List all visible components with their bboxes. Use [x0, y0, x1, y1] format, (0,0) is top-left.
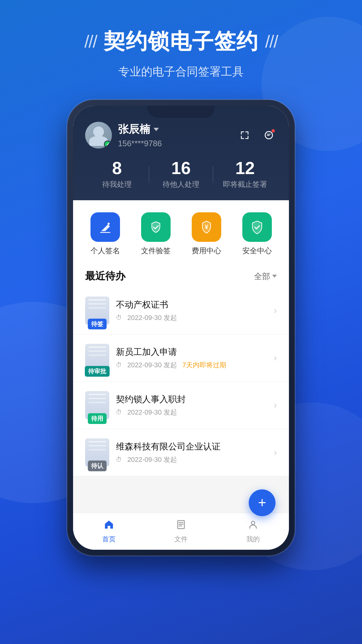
app-title: /// 契约锁电子签约 /// [0, 27, 362, 56]
todo-meta-2: ⏱ 2022-09-30 发起 [116, 408, 267, 417]
avatar-verified-badge [104, 141, 111, 148]
user-name[interactable]: 张辰楠 [118, 122, 162, 137]
user-dropdown-arrow [154, 128, 159, 131]
stat-pending-others[interactable]: 16 待他人处理 [149, 159, 213, 190]
profile-icon [248, 519, 258, 533]
fullscreen-icon[interactable] [237, 127, 253, 143]
fab-add-button[interactable]: + [249, 489, 276, 516]
todo-badge-1: 待审批 [85, 366, 110, 377]
clock-icon-2: ⏱ [116, 409, 122, 416]
app-title-text: 契约锁电子签约 [104, 27, 258, 56]
todo-doc-icon-2: 待用 [85, 391, 109, 419]
todo-arrow-2: › [274, 400, 277, 411]
todo-item-0[interactable]: 待签 不动产权证书 ⏱ 2022-09-30 发起 › [73, 287, 289, 334]
todo-meta-3: ⏱ 2022-09-30 发起 [116, 455, 267, 464]
phone-mockup: 张辰楠 156****9786 [0, 100, 362, 556]
header-icons [237, 127, 277, 143]
phone-outer-shell: 张辰楠 156****9786 [67, 100, 295, 556]
action-file-verify[interactable]: 文件验签 [141, 212, 171, 256]
stat-pending-me[interactable]: 8 待我处理 [85, 159, 149, 190]
todo-meta-0: ⏱ 2022-09-30 发起 [116, 313, 267, 322]
todo-section-header: 最近待办 全部 [73, 264, 289, 287]
todo-title-3: 维森科技有限公司企业认证 [116, 441, 267, 452]
action-personal-sign[interactable]: 个人签名 [90, 212, 120, 256]
user-avatar[interactable] [85, 122, 112, 149]
action-icon-security [242, 212, 272, 242]
message-icon[interactable] [261, 127, 277, 143]
todo-section-title: 最近待办 [85, 269, 125, 283]
user-phone: 156****9786 [118, 139, 162, 148]
app-subtitle: 专业的电子合同签署工具 [0, 64, 362, 79]
todo-meta-1: ⏱ 2022-09-30 发起 7天内即将过期 [116, 361, 267, 370]
stat-number-1: 16 [149, 159, 213, 177]
stats-row: 8 待我处理 16 待他人处理 12 即将截止签署 [85, 159, 277, 190]
nav-files[interactable]: 文件 [145, 519, 217, 544]
todo-item-3[interactable]: 待认 维森科技有限公司企业认证 ⏱ 2022-09-30 发起 › [73, 429, 289, 476]
nav-home-label: 首页 [102, 535, 116, 544]
decoration-slashes-left: /// [84, 32, 97, 52]
stat-label-2: 即将截止签署 [213, 179, 277, 190]
stat-label-1: 待他人处理 [149, 179, 213, 190]
user-details: 张辰楠 156****9786 [118, 122, 162, 148]
stat-number-0: 8 [85, 159, 149, 177]
todo-badge-3: 待认 [88, 461, 107, 471]
stat-number-2: 12 [213, 159, 277, 177]
app-dark-header: 张辰楠 156****9786 [73, 106, 289, 200]
filter-dropdown-arrow [272, 275, 277, 278]
action-security[interactable]: 安全中心 [242, 212, 272, 256]
todo-content-2: 契约锁人事入职封 ⏱ 2022-09-30 发起 [116, 393, 267, 417]
app-header-area: /// 契约锁电子签约 /// 专业的电子合同签署工具 [0, 0, 362, 79]
todo-expiry-1: 7天内即将过期 [182, 361, 226, 370]
todo-content-1: 新员工加入申请 ⏱ 2022-09-30 发起 7天内即将过期 [116, 346, 267, 370]
todo-doc-icon-1: 待审批 [85, 344, 109, 372]
svg-text:¥: ¥ [204, 224, 208, 230]
decoration-slashes-right: /// [265, 32, 278, 52]
quick-actions-grid: 个人签名 文件验签 [73, 200, 289, 264]
todo-doc-icon-3: 待认 [85, 438, 109, 467]
stat-label-0: 待我处理 [85, 179, 149, 190]
todo-badge-0: 待签 [88, 319, 107, 329]
todo-arrow-1: › [274, 353, 277, 363]
clock-icon-3: ⏱ [116, 456, 122, 463]
svg-point-3 [251, 521, 255, 525]
todo-title-0: 不动产权证书 [116, 299, 267, 311]
todo-arrow-0: › [274, 305, 277, 316]
files-icon [176, 519, 186, 533]
todo-title-1: 新员工加入申请 [116, 346, 267, 358]
todo-filter[interactable]: 全部 [254, 271, 277, 282]
todo-list: 待签 不动产权证书 ⏱ 2022-09-30 发起 › [73, 287, 289, 476]
clock-icon-0: ⏱ [116, 314, 122, 321]
nav-files-label: 文件 [174, 535, 188, 544]
action-label-security: 安全中心 [242, 246, 272, 256]
todo-doc-icon-0: 待签 [85, 297, 109, 325]
phone-screen: 张辰楠 156****9786 [73, 106, 289, 550]
todo-item-1[interactable]: 待审批 新员工加入申请 ⏱ 2022-09-30 发起 7天内即将过期 › [73, 334, 289, 382]
todo-title-2: 契约锁人事入职封 [116, 393, 267, 405]
todo-content-0: 不动产权证书 ⏱ 2022-09-30 发起 [116, 299, 267, 322]
action-icon-sign [90, 212, 120, 242]
nav-profile-label: 我的 [246, 535, 260, 544]
home-icon [104, 519, 114, 533]
stat-expiring[interactable]: 12 即将截止签署 [213, 159, 277, 190]
action-label-sign: 个人签名 [90, 246, 120, 256]
user-row: 张辰楠 156****9786 [85, 122, 277, 149]
phone-notch [147, 106, 215, 118]
todo-item-2[interactable]: 待用 契约锁人事入职封 ⏱ 2022-09-30 发起 › [73, 382, 289, 429]
clock-icon-1: ⏱ [116, 362, 122, 369]
action-label-fee: 费用中心 [192, 246, 221, 256]
todo-arrow-3: › [274, 447, 277, 458]
todo-badge-2: 待用 [88, 413, 107, 424]
action-icon-verify [141, 212, 171, 242]
nav-profile[interactable]: 我的 [217, 519, 289, 544]
bottom-navigation: 首页 文件 [73, 513, 289, 550]
action-label-verify: 文件验签 [141, 246, 171, 256]
todo-content-3: 维森科技有限公司企业认证 ⏱ 2022-09-30 发起 [116, 441, 267, 464]
app-body: 个人签名 文件验签 [73, 200, 289, 476]
user-info-left: 张辰楠 156****9786 [85, 122, 162, 149]
nav-home[interactable]: 首页 [73, 519, 145, 544]
action-icon-fee: ¥ [192, 212, 221, 242]
action-fee-center[interactable]: ¥ 费用中心 [192, 212, 221, 256]
